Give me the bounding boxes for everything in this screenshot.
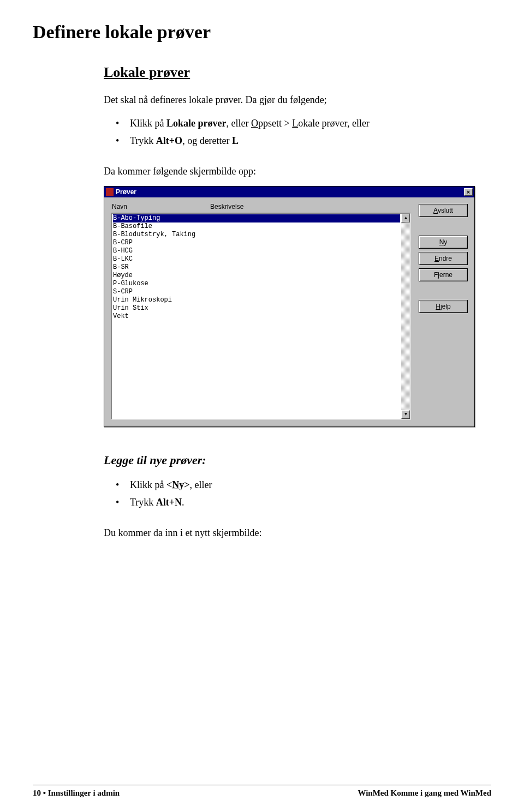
after-bullets-text: Da kommer følgende skjermbilde opp: bbox=[104, 164, 475, 178]
text: . bbox=[182, 497, 184, 508]
list-item: Trykk Alt+N. bbox=[104, 494, 475, 511]
page-title: Definere lokale prøver bbox=[33, 22, 491, 43]
scroll-up-icon[interactable]: ▴ bbox=[401, 214, 410, 222]
table-row[interactable]: B-LKC bbox=[113, 255, 400, 263]
text: Klikk på bbox=[130, 118, 166, 129]
text-bold: y> bbox=[179, 479, 189, 490]
table-row[interactable]: S-CRP bbox=[113, 288, 400, 296]
hjelp-button[interactable]: Hjelp bbox=[419, 300, 468, 313]
list-item: Trykk Alt+O, og deretter L bbox=[104, 132, 475, 149]
mnemonic: H bbox=[436, 303, 440, 310]
table-row[interactable]: B-SR bbox=[113, 263, 400, 272]
spacer bbox=[419, 220, 468, 236]
btn-label-rest: erne bbox=[439, 271, 452, 279]
endre-button[interactable]: Endre bbox=[419, 252, 468, 265]
btn-label-rest: ndre bbox=[439, 255, 452, 262]
btn-label-rest: jelp bbox=[440, 303, 451, 310]
column-header-navn: Navn bbox=[112, 203, 210, 210]
ny-button[interactable]: Ny bbox=[419, 236, 468, 249]
list-item: Klikk på Lokale prøver, eller Oppsett > … bbox=[104, 115, 475, 132]
table-row[interactable]: B-CRP bbox=[113, 239, 400, 247]
fjerne-button[interactable]: Fjerne bbox=[419, 268, 468, 281]
close-icon[interactable]: × bbox=[464, 188, 473, 196]
instruction-list-2: Klikk på <Ny>, eller Trykk Alt+N. bbox=[104, 476, 475, 512]
dialog-button-column: Avslutt Ny Endre Fjerne Hjelp bbox=[419, 203, 468, 420]
text-bold: L bbox=[232, 135, 239, 146]
text: ppsett > bbox=[258, 118, 292, 129]
footer-left: 10 • Innstillinger i admin bbox=[33, 789, 120, 798]
section-lokale-prover: Lokale prøver Det skal nå defineres loka… bbox=[104, 64, 475, 540]
page-number: 10 bbox=[33, 789, 41, 797]
table-row[interactable]: B-Basofile bbox=[113, 222, 400, 231]
table-row[interactable]: Urin Stix bbox=[113, 304, 400, 312]
table-row[interactable]: Urin Mikroskopi bbox=[113, 296, 400, 304]
table-row[interactable]: B-HCG bbox=[113, 247, 400, 255]
closing-text: Du kommer da inn i et nytt skjermbilde: bbox=[104, 526, 475, 540]
mnemonic: E bbox=[434, 255, 439, 262]
intro-paragraph: Det skal nå defineres lokale prøver. Da … bbox=[104, 93, 475, 107]
page-footer: 10 • Innstillinger i admin WinMed Komme … bbox=[33, 785, 491, 798]
dialog-title: Prøver bbox=[116, 188, 464, 196]
text-bold: < bbox=[166, 479, 172, 490]
text: , eller bbox=[347, 118, 370, 129]
text: , eller bbox=[227, 118, 251, 129]
listbox[interactable]: B-Abo-Typing B-Basofile B-Blodutstryk, T… bbox=[111, 213, 411, 420]
btn-label-rest: y bbox=[444, 238, 447, 246]
avslutt-button[interactable]: Avslutt bbox=[419, 204, 468, 217]
list-headers: Navn Beskrivelse bbox=[111, 203, 411, 210]
titlebar: Prøver × bbox=[104, 187, 474, 197]
table-row[interactable]: B-Abo-Typing bbox=[113, 214, 400, 222]
list-item: Klikk på <Ny>, eller bbox=[104, 476, 475, 494]
text: Trykk bbox=[130, 497, 156, 508]
text: , eller bbox=[190, 479, 212, 490]
table-row[interactable]: Vekt bbox=[113, 312, 400, 321]
list-panel: Navn Beskrivelse B-Abo-Typing B-Basofile… bbox=[111, 203, 411, 420]
text-bold: Alt+O bbox=[156, 135, 182, 146]
table-row[interactable]: B-Blodutstryk, Taking bbox=[113, 231, 400, 239]
section-heading: Lokale prøver bbox=[104, 64, 475, 81]
btn-label-rest: vslutt bbox=[438, 207, 453, 214]
table-row[interactable]: P-Glukose bbox=[113, 280, 400, 288]
footer-sep: • bbox=[41, 789, 48, 797]
sub-heading-legge-til: Legge til nye prøver: bbox=[104, 453, 475, 467]
text-underline: L bbox=[292, 118, 298, 129]
text-bold: Alt+N bbox=[156, 497, 182, 508]
text: Klikk på bbox=[130, 479, 166, 490]
footer-left-text: Innstillinger i admin bbox=[48, 789, 120, 797]
text: , og deretter bbox=[182, 135, 232, 146]
listbox-content: B-Abo-Typing B-Basofile B-Blodutstryk, T… bbox=[112, 214, 401, 419]
text-bold-underline: N bbox=[172, 479, 179, 490]
text: Trykk bbox=[130, 135, 156, 146]
text: okale prøver bbox=[298, 118, 347, 129]
column-header-beskrivelse: Beskrivelse bbox=[210, 203, 410, 210]
dialog-prover: Prøver × Navn Beskrivelse B-Abo-Typing B… bbox=[104, 186, 475, 427]
instruction-list-1: Klikk på Lokale prøver, eller Oppsett > … bbox=[104, 115, 475, 150]
app-icon bbox=[106, 188, 114, 196]
dialog-body: Navn Beskrivelse B-Abo-Typing B-Basofile… bbox=[104, 197, 474, 426]
spacer bbox=[419, 285, 468, 300]
scroll-down-icon[interactable]: ▾ bbox=[401, 410, 410, 419]
text-underline: O bbox=[251, 118, 258, 129]
footer-right: WinMed Komme i gang med WinMed bbox=[358, 789, 491, 798]
scrollbar[interactable]: ▴ ▾ bbox=[401, 214, 410, 419]
text-bold: Lokale prøver bbox=[166, 118, 227, 129]
table-row[interactable]: Høyde bbox=[113, 272, 400, 280]
scroll-track[interactable] bbox=[401, 222, 410, 410]
mnemonic: A bbox=[433, 207, 438, 214]
